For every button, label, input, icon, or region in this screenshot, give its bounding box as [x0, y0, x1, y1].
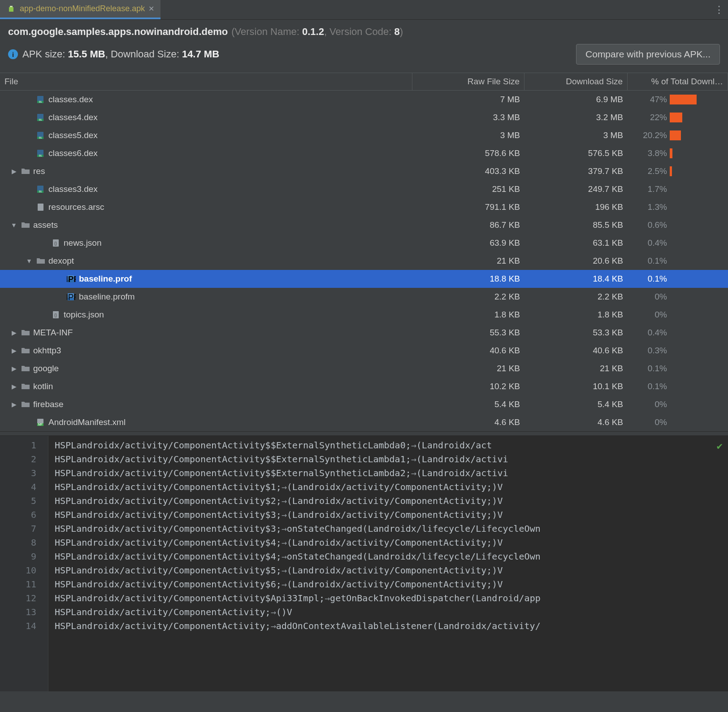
folder-icon [21, 364, 30, 373]
percent-cell: 0.4% [628, 327, 728, 339]
file-name: firebase [33, 399, 64, 409]
table-row[interactable]: 01classes.dex7 MB6.9 MB47% [0, 91, 728, 109]
chevron-icon[interactable]: ▼ [10, 221, 18, 229]
table-row[interactable]: HPRbaseline.profm2.2 KB2.2 KB0% [0, 288, 728, 306]
raw-size: 18.8 KB [412, 274, 524, 284]
table-row[interactable]: 01classes5.dex3 MB3 MB20.2% [0, 126, 728, 144]
package-header: com.google.samples.apps.nowinandroid.dem… [0, 20, 728, 39]
table-row[interactable]: MFAndroidManifest.xml4.6 KB4.6 KB0% [0, 413, 728, 431]
table-row[interactable]: ▶google21 KB21 KB0.1% [0, 360, 728, 378]
table-row[interactable]: ▶okhttp340.6 KB40.6 KB0.3% [0, 342, 728, 360]
raw-size: 86.7 KB [412, 220, 524, 230]
table-row[interactable]: ▶kotlin10.2 KB10.1 KB0.1% [0, 378, 728, 395]
percent-cell: 0.1% [628, 255, 728, 267]
tab-title: app-demo-nonMinifiedRelease.apk [20, 4, 145, 13]
raw-size: 1.8 KB [412, 310, 524, 320]
file-table: File Raw File Size Download Size % of To… [0, 73, 728, 431]
chevron-icon[interactable]: ▼ [25, 257, 33, 265]
chevron-icon[interactable]: ▶ [10, 401, 18, 408]
tab-overflow-menu[interactable]: ⋮ [710, 0, 728, 19]
close-icon[interactable]: ✕ [148, 4, 154, 13]
folder-icon [21, 400, 30, 409]
raw-size: 403.3 KB [412, 166, 524, 176]
svg-text:HPR: HPR [67, 293, 76, 301]
apk-icon [6, 4, 16, 13]
code-area[interactable]: ✔ HSPLandroidx/activity/ComponentActivit… [48, 436, 728, 691]
json-icon: {} [51, 239, 61, 247]
table-row[interactable]: {}topics.json1.8 KB1.8 KB0% [0, 306, 728, 324]
info-icon: i [8, 49, 18, 59]
code-line: HSPLandroidx/activity/ComponentActivity;… [55, 605, 728, 619]
folder-icon [21, 328, 30, 337]
table-row[interactable]: ▼dexopt21 KB20.6 KB0.1% [0, 252, 728, 270]
tab-apk[interactable]: app-demo-nonMinifiedRelease.apk ✕ [0, 0, 160, 19]
dex-icon: 01 [36, 95, 46, 104]
chevron-icon[interactable]: ▶ [10, 383, 18, 390]
size-summary-row: i APK size: 15.5 MB, Download Size: 14.7… [0, 39, 728, 73]
download-size: 3.2 MB [524, 113, 628, 122]
package-name: com.google.samples.apps.nowinandroid.dem… [8, 26, 228, 38]
percent-cell: 0.6% [628, 219, 728, 231]
compare-apk-button[interactable]: Compare with previous APK... [576, 44, 720, 65]
chevron-icon[interactable]: ▶ [10, 347, 18, 354]
percent-cell: 0.1% [628, 273, 728, 285]
dex-icon: 01 [36, 113, 46, 122]
table-row[interactable]: ▶firebase5.4 KB5.4 KB0% [0, 395, 728, 413]
file-name: classes6.dex [48, 148, 98, 158]
file-name: classes4.dex [48, 113, 98, 122]
size-summary-text: APK size: 15.5 MB, Download Size: 14.7 M… [22, 48, 219, 60]
file-name: google [33, 364, 59, 373]
percent-cell: 0.1% [628, 363, 728, 374]
svg-rect-15 [38, 204, 43, 211]
file-content-viewer: 1234567891011121314 ✔ HSPLandroidx/activ… [0, 436, 728, 691]
percent-cell: 0.3% [628, 345, 728, 356]
download-size: 20.6 KB [524, 256, 628, 266]
raw-size: 3.3 MB [412, 113, 524, 122]
col-pct[interactable]: % of Total Downl… [628, 73, 728, 91]
folder-icon [21, 221, 30, 230]
download-size: 4.6 KB [524, 417, 628, 427]
file-name: assets [33, 220, 58, 230]
svg-text:{}: {} [54, 313, 57, 317]
download-size: 63.1 KB [524, 238, 628, 248]
percent-cell: 1.3% [628, 201, 728, 213]
svg-text:01: 01 [39, 136, 42, 139]
table-row[interactable]: resources.arsc791.1 KB196 KB1.3% [0, 198, 728, 216]
mf-icon: MF [36, 418, 46, 427]
file-name: AndroidManifest.xml [48, 417, 126, 427]
table-row[interactable]: HPRbaseline.prof18.8 KB18.4 KB0.1% [0, 270, 728, 288]
table-row[interactable]: {}news.json63.9 KB63.1 KB0.4% [0, 234, 728, 252]
tab-bar: app-demo-nonMinifiedRelease.apk ✕ ⋮ [0, 0, 728, 20]
percent-cell: 0.1% [628, 381, 728, 392]
table-row[interactable]: 01classes3.dex251 KB249.7 KB1.7% [0, 180, 728, 198]
code-line: HSPLandroidx/activity/ComponentActivity$… [55, 577, 728, 591]
code-line: HSPLandroidx/activity/ComponentActivity$… [55, 508, 728, 522]
folder-icon [21, 167, 30, 176]
table-row[interactable]: ▶META-INF55.3 KB53.3 KB0.4% [0, 324, 728, 342]
col-dl-size[interactable]: Download Size [524, 73, 628, 91]
col-file[interactable]: File [0, 73, 412, 91]
file-name: resources.arsc [48, 202, 104, 212]
table-row[interactable]: ▼assets86.7 KB85.5 KB0.6% [0, 216, 728, 234]
chevron-icon[interactable]: ▶ [10, 329, 18, 336]
file-name: baseline.profm [79, 292, 135, 302]
chevron-icon[interactable]: ▶ [10, 168, 18, 175]
table-row[interactable]: ▶res403.3 KB379.7 KB2.5% [0, 162, 728, 180]
table-row[interactable]: 01classes6.dex578.6 KB576.5 KB3.8% [0, 144, 728, 162]
svg-text:01: 01 [39, 100, 42, 103]
raw-size: 21 KB [412, 364, 524, 373]
horizontal-splitter[interactable] [0, 431, 728, 436]
raw-size: 40.6 KB [412, 346, 524, 356]
download-size: 3 MB [524, 130, 628, 140]
file-name: topics.json [64, 310, 104, 320]
svg-text:01: 01 [39, 190, 42, 193]
table-row[interactable]: 01classes4.dex3.3 MB3.2 MB22% [0, 109, 728, 126]
code-line: HSPLandroidx/activity/ComponentActivity$… [55, 522, 728, 536]
download-size: 2.2 KB [524, 292, 628, 302]
col-raw-size[interactable]: Raw File Size [412, 73, 524, 91]
code-line: HSPLandroidx/activity/ComponentActivity$… [55, 452, 728, 466]
chevron-icon[interactable]: ▶ [10, 365, 18, 372]
download-size: 10.1 KB [524, 382, 628, 391]
raw-size: 55.3 KB [412, 328, 524, 338]
raw-size: 791.1 KB [412, 202, 524, 212]
